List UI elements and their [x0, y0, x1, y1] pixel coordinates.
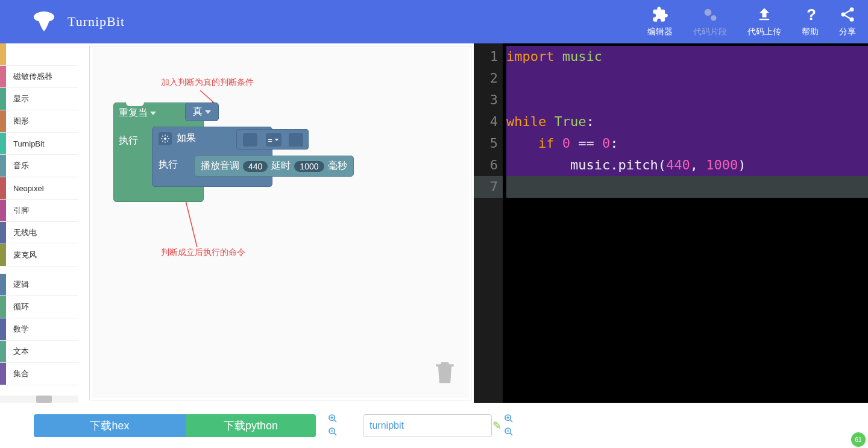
sidebar-item-math[interactable]: 数学	[0, 318, 78, 341]
nav-snippets[interactable]: 代码片段	[693, 6, 727, 37]
zoom-out-icon[interactable]	[328, 427, 339, 438]
blockly-workspace[interactable]: 加入判断为真的判断条件 判断成立后执行的命令 重复当 执行 真 如果 执行	[89, 46, 471, 400]
zoom-out-icon-2[interactable]	[504, 427, 515, 438]
svg-line-13	[334, 420, 336, 422]
sidebar-item-mic[interactable]: 麦克风	[0, 244, 78, 267]
footer: 下载hex 下载python ✎	[0, 403, 868, 448]
svg-point-2	[711, 15, 716, 21]
help-icon: ?	[802, 6, 819, 23]
nav-label: 代码片段	[693, 27, 727, 37]
sidebar-item-neopixel[interactable]: Neopixel	[0, 177, 78, 200]
pencil-icon[interactable]: ✎	[492, 419, 502, 432]
sidebar-item-loop[interactable]: 循环	[0, 296, 78, 318]
sidebar-item-music[interactable]: 音乐	[0, 155, 78, 177]
trash-icon[interactable]	[432, 357, 458, 387]
compare-slot-left[interactable]	[243, 133, 257, 147]
sidebar-item-magnetic[interactable]: 磁敏传感器	[0, 66, 78, 88]
sidebar-item[interactable]	[0, 43, 78, 66]
svg-point-6	[850, 17, 854, 22]
svg-line-7	[200, 90, 215, 104]
gears-icon	[702, 6, 719, 23]
compare-operator[interactable]: =	[266, 133, 281, 147]
nav-upload[interactable]: 代码上传	[747, 6, 781, 37]
sidebar-item-set[interactable]: 集合	[0, 363, 78, 385]
share-icon	[839, 6, 856, 23]
zoom-in-icon[interactable]	[328, 414, 339, 424]
nav-editor[interactable]: 编辑器	[647, 6, 673, 37]
compare-slot-right[interactable]	[289, 133, 303, 147]
main-area: 磁敏传感器 显示 图形 TurnipBit 音乐 Neopixel 引脚 无线电…	[0, 43, 868, 403]
code-editor[interactable]: import music while True: if 0 == 0: musi…	[503, 43, 868, 403]
download-python-button[interactable]: 下载python	[186, 414, 316, 437]
logo-icon	[30, 10, 58, 34]
zoom-in-icon-2[interactable]	[504, 414, 515, 424]
svg-text:?: ?	[807, 6, 816, 23]
pitch-freq-input[interactable]: 440	[243, 161, 268, 172]
category-sidebar: 磁敏传感器 显示 图形 TurnipBit 音乐 Neopixel 引脚 无线电…	[0, 43, 78, 403]
upload-icon	[756, 6, 773, 23]
svg-point-11	[164, 137, 166, 140]
download-hex-button[interactable]: 下载hex	[34, 414, 186, 437]
annotation-bottom: 判断成立后执行的命令	[161, 247, 245, 258]
nav-share[interactable]: 分享	[839, 6, 856, 37]
nav-label: 分享	[839, 27, 856, 37]
svg-line-24	[510, 433, 512, 435]
sidebar-item-display[interactable]: 显示	[0, 88, 78, 110]
nav-label: 编辑器	[647, 27, 673, 37]
svg-point-5	[841, 13, 846, 17]
annotation-top: 加入判断为真的判断条件	[161, 77, 254, 88]
sidebar-item-turnipbit[interactable]: TurnipBit	[0, 133, 78, 155]
app-header: TurnipBit 编辑器 代码片段 代码上传 ? 帮助 分享	[0, 0, 868, 43]
nav-label: 帮助	[802, 27, 819, 37]
nav-help[interactable]: ? 帮助	[802, 6, 819, 37]
sidebar-item-pins[interactable]: 引脚	[0, 200, 78, 222]
code-gutter: 1 2 3 4 5 6 7	[474, 43, 503, 403]
code-panel: 1 2 3 4 5 6 7 import music while True: i…	[474, 43, 868, 403]
sidebar-item-shape[interactable]: 图形	[0, 110, 78, 133]
block-music-pitch[interactable]: 播放音调 440 延时 1000 毫秒	[194, 156, 354, 177]
puzzle-icon	[652, 6, 668, 23]
filename-input[interactable]	[370, 420, 490, 431]
sidebar-scrollbar[interactable]	[0, 396, 78, 403]
svg-point-1	[705, 9, 712, 16]
svg-line-20	[510, 420, 512, 422]
sidebar-item-radio[interactable]: 无线电	[0, 222, 78, 244]
pitch-delay-input[interactable]: 1000	[294, 161, 324, 172]
svg-point-4	[850, 7, 854, 11]
block-compare[interactable]: =	[236, 129, 309, 150]
app-title: TurnipBit	[68, 14, 125, 30]
sidebar-item-logic[interactable]: 逻辑	[0, 274, 78, 296]
notification-badge[interactable]: 61	[851, 432, 866, 447]
gear-icon[interactable]	[159, 132, 172, 145]
block-true-value[interactable]: 真	[185, 103, 219, 121]
nav-label: 代码上传	[747, 27, 781, 37]
sidebar-item-text[interactable]: 文本	[0, 341, 78, 363]
header-nav: 编辑器 代码片段 代码上传 ? 帮助 分享	[647, 6, 856, 37]
svg-line-17	[334, 433, 336, 435]
filename-field[interactable]: ✎	[363, 414, 492, 437]
logo-area: TurnipBit	[30, 10, 125, 34]
